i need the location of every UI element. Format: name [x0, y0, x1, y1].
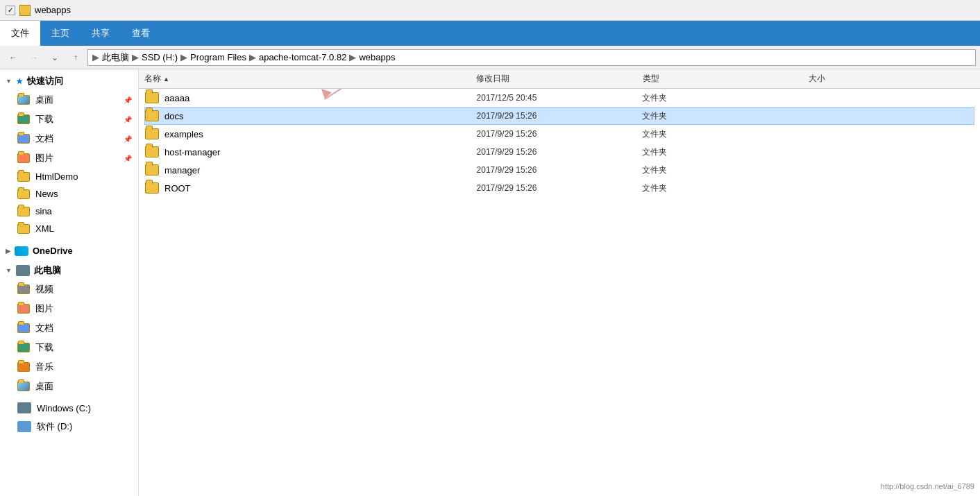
sidebar-item-label-xml: XML	[35, 223, 54, 234]
ribbon-tab-home[interactable]: 主页	[40, 21, 81, 46]
sidebar-item-label-music: 音乐	[35, 361, 53, 373]
sidebar-item-label-sina: sina	[35, 206, 52, 216]
sidebar-item-label-videos: 视频	[35, 283, 53, 296]
sidebar-item-desktop[interactable]: 桌面 📌	[0, 90, 138, 110]
thispc-chevron: ▼	[6, 267, 12, 274]
thispc-header[interactable]: ▼ 此电脑	[0, 262, 138, 280]
file-row-docs[interactable]: docs 2017/9/29 15:26 文件夹	[144, 107, 974, 125]
sidebar-item-label-desktop2: 桌面	[35, 380, 53, 393]
file-row-manager[interactable]: manager 2017/9/29 15:26 文件夹	[144, 161, 974, 179]
address-path[interactable]: ▶ 此电脑 ▶ SSD (H:) ▶ Program Files ▶ apach…	[87, 49, 976, 66]
sidebar-item-label-drive-d: 软件 (D:)	[37, 420, 72, 433]
sidebar-item-drive-c[interactable]: Windows (C:)	[0, 399, 138, 417]
quick-access-label: 快速访问	[27, 75, 63, 87]
sidebar-item-label-news: News	[35, 189, 58, 199]
up-button[interactable]: ↑	[67, 49, 85, 67]
sidebar-item-label-document: 文档	[35, 132, 53, 145]
file-name-host-manager: host-manager	[145, 146, 477, 157]
ribbon-tab-file[interactable]: 文件	[0, 21, 40, 46]
col-header-date[interactable]: 修改日期	[476, 73, 642, 85]
address-bar: ← → ⌄ ↑ ▶ 此电脑 ▶ SSD (H:) ▶ Program Files…	[0, 46, 980, 69]
thispc-icon	[16, 265, 30, 276]
onedrive-chevron: ▶	[6, 248, 10, 255]
sidebar-item-label-htmldemo: HtmlDemo	[35, 171, 78, 182]
sidebar-item-sina[interactable]: sina	[0, 203, 138, 220]
onedrive-icon	[15, 246, 28, 256]
sidebar-item-label-picture: 图片	[35, 152, 53, 164]
sidebar-item-downloads[interactable]: 下载	[0, 338, 138, 357]
main-container: ▼ ★ 快速访问 桌面 📌 下载 📌 文档 📌 图	[0, 69, 980, 496]
onedrive-label: OneDrive	[33, 246, 73, 256]
title-bar: webapps	[0, 0, 980, 21]
file-name-docs: docs	[145, 110, 477, 121]
file-row-aaaaa[interactable]: aaaaa 2017/12/5 20:45 文件夹	[144, 89, 974, 107]
documents-icon	[17, 323, 30, 333]
sidebar-item-music[interactable]: 音乐	[0, 357, 138, 377]
sidebar-item-pictures[interactable]: 图片	[0, 299, 138, 318]
desktop-icon	[17, 95, 30, 105]
breadcrumb-ssd[interactable]: SSD (H:)	[142, 52, 178, 62]
file-row-examples[interactable]: examples 2017/9/29 15:26 文件夹	[144, 125, 974, 143]
sidebar-item-label-download: 下载	[35, 113, 53, 126]
sidebar-item-label-desktop: 桌面	[35, 94, 53, 106]
content-area: 名称 ▲ 修改日期 类型 大小	[139, 69, 980, 496]
forward-button[interactable]: →	[25, 49, 43, 67]
downloads-icon	[17, 343, 30, 352]
title-checkbox	[6, 6, 15, 15]
breadcrumb-thispc[interactable]: 此电脑	[102, 51, 129, 64]
col-header-name[interactable]: 名称 ▲	[144, 73, 476, 85]
breadcrumb-webapps[interactable]: webapps	[359, 52, 395, 62]
breadcrumb-tomcat[interactable]: apache-tomcat-7.0.82	[259, 52, 346, 62]
title-folder-icon	[19, 5, 31, 16]
sidebar-item-htmldemo[interactable]: HtmlDemo	[0, 168, 138, 185]
col-header-size[interactable]: 大小	[809, 73, 974, 85]
file-name-examples: examples	[145, 128, 477, 139]
file-list: aaaaa 2017/12/5 20:45 文件夹	[139, 89, 980, 496]
file-name-manager: manager	[145, 164, 477, 176]
pin-icon-desktop: 📌	[124, 96, 132, 104]
dropdown-button[interactable]: ⌄	[46, 49, 64, 67]
onedrive-header[interactable]: ▶ OneDrive	[0, 243, 138, 259]
sidebar-item-label-documents: 文档	[35, 322, 53, 334]
sidebar-item-documents[interactable]: 文档	[0, 318, 138, 338]
file-name-root: ROOT	[145, 182, 477, 194]
pin-icon-download: 📌	[124, 116, 132, 123]
drive-d-icon	[17, 421, 31, 432]
back-button[interactable]: ←	[4, 49, 22, 67]
ribbon-tab-view[interactable]: 查看	[121, 21, 161, 46]
sidebar-item-label-pictures: 图片	[35, 302, 53, 315]
sidebar-item-news[interactable]: News	[0, 185, 138, 203]
quick-access-star-icon: ★	[16, 77, 23, 86]
folder-icon-aaaaa	[145, 92, 159, 103]
document-icon	[17, 134, 30, 144]
breadcrumb-programfiles[interactable]: Program Files	[190, 52, 246, 62]
sort-arrow-name: ▲	[163, 76, 169, 83]
thispc-label: 此电脑	[34, 264, 61, 277]
music-icon	[17, 362, 30, 372]
sidebar-item-desktop2[interactable]: 桌面	[0, 377, 138, 396]
column-headers: 名称 ▲ 修改日期 类型 大小	[139, 69, 980, 89]
sidebar-item-label-drive-c: Windows (C:)	[37, 403, 91, 413]
quick-access-header[interactable]: ▼ ★ 快速访问	[0, 72, 138, 90]
file-row-root[interactable]: ROOT 2017/9/29 15:26 文件夹	[144, 179, 974, 197]
sidebar-item-download[interactable]: 下载 📌	[0, 110, 138, 129]
sina-folder-icon	[17, 207, 30, 216]
folder-icon-host-manager	[145, 146, 159, 157]
pin-icon-document: 📌	[124, 135, 132, 143]
watermark: http://blog.csdn.net/ai_6789	[881, 482, 974, 490]
quick-access-chevron: ▼	[6, 78, 12, 85]
ribbon-tab-share[interactable]: 共享	[81, 21, 121, 46]
sidebar-item-drive-d[interactable]: 软件 (D:)	[0, 417, 138, 436]
col-header-type[interactable]: 类型	[643, 73, 809, 85]
pictures-icon	[17, 304, 30, 314]
pin-icon-picture: 📌	[124, 155, 132, 162]
desktop2-icon	[17, 382, 30, 391]
sidebar-item-videos[interactable]: 视频	[0, 280, 138, 299]
sidebar-item-xml[interactable]: XML	[0, 220, 138, 237]
news-folder-icon	[17, 189, 30, 199]
sidebar-item-picture[interactable]: 图片 📌	[0, 148, 138, 168]
file-row-host-manager[interactable]: host-manager 2017/9/29 15:26 文件夹	[144, 143, 974, 161]
sidebar: ▼ ★ 快速访问 桌面 📌 下载 📌 文档 📌 图	[0, 69, 139, 496]
sidebar-item-document[interactable]: 文档 📌	[0, 129, 138, 148]
sidebar-item-label-downloads: 下载	[35, 341, 53, 354]
